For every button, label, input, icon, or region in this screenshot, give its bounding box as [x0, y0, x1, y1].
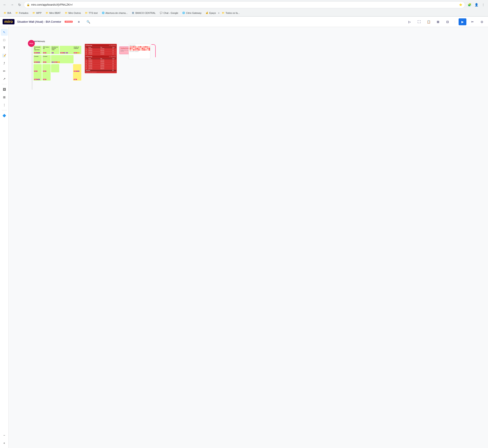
reload-button[interactable]: ↻: [17, 2, 23, 8]
sticky-note-corretor-2[interactable]: Corretor BBAT: [42, 55, 50, 63]
arrow-icon[interactable]: ▷: [406, 18, 413, 25]
row-3-id: #3: [86, 52, 88, 53]
bookmark-epays[interactable]: 💰 Epays: [204, 11, 218, 15]
sticky-note-row3-3[interactable]: [51, 64, 59, 72]
browser-toolbar: ← → ↻ 🔒 miro.com/app/board/uXjVPNrLZKI=/…: [0, 0, 488, 9]
select-tool[interactable]: ↖: [1, 29, 8, 36]
pi-table-1-header: PI Planning: [86, 45, 92, 46]
table-tool[interactable]: ⊞: [1, 94, 8, 101]
sticky-note-row3-2[interactable]: BBAT: [42, 64, 50, 72]
sticky-badge: BBAT: [74, 52, 77, 53]
total-label-2: Total Dias: [86, 70, 112, 71]
sticky-tool[interactable]: 📝: [1, 52, 8, 59]
frame-tool[interactable]: □: [1, 37, 8, 43]
pi-table-2-date: 17-18/10/2023: [109, 56, 116, 57]
folder-icon: 📁: [3, 11, 7, 15]
miro-sidebar: ↖ □ T 📝 ⤴ ✏ ↗ 🖼 ⊞ ⋮ 🔷 − +: [0, 27, 9, 448]
settings-btn[interactable]: ⋮: [480, 2, 486, 8]
sticky-note-corretor-1[interactable]: Corretor BBAT PX: [33, 55, 42, 63]
sticky-note-yellow-2[interactable]: BBAT: [73, 72, 81, 80]
site-favicon: 🌐: [102, 11, 105, 15]
sticky-badge-purple: PX: [38, 52, 40, 53]
bookmarks-bar: 📁 BIA 📁 Fretados 📁 WPP 📁 Miro BBAT 📁 Mir…: [0, 9, 488, 16]
sticky-badge-pink: BBAT: [34, 52, 37, 53]
board-title: Situation Wall (Atual) - BIA Corretor: [17, 20, 61, 23]
sticky-note-row4-2[interactable]: BBAT: [42, 72, 50, 80]
sticky-note-autorizacao[interactable]: Autorização de segurança BBAT PX: [33, 46, 42, 54]
sticky-badge: PD: [77, 52, 79, 53]
sticky-note-row4-1[interactable]: BBAT PX: [33, 72, 42, 80]
bookmark-chat-google[interactable]: 💬 Chat - Google: [158, 11, 180, 15]
copy-button[interactable]: 📋: [425, 18, 432, 25]
bookmark-citrix-gateway[interactable]: 🌐 Citrix Gateway: [180, 11, 203, 15]
folder-icon: 📁: [65, 11, 68, 15]
sticky-note-row2-4[interactable]: [65, 55, 74, 63]
sticky-badge: PX: [52, 52, 54, 53]
frame-button[interactable]: ⊡: [444, 18, 451, 25]
sticky-note-row3-1[interactable]: BBAT: [33, 64, 42, 72]
sticky-title: Autorização de segurança: [34, 47, 41, 50]
site-favicon: 🏦: [132, 11, 134, 15]
apps-tool[interactable]: 🔷: [1, 112, 8, 119]
title-badge: ATUALIZ: [65, 21, 73, 23]
interval-label: Intervalo entre sprint/início 3: [85, 71, 116, 73]
pi-table-2-header: PI Planning: [86, 56, 92, 57]
connector-tool[interactable]: ↗: [1, 75, 8, 82]
folder-icon: 📁: [15, 11, 18, 15]
bookmark-miro-outros[interactable]: 📁 Miro Outros: [63, 11, 83, 15]
folder-icon: 📁: [32, 11, 35, 15]
bookmark-wpp[interactable]: 📁 WPP: [31, 11, 43, 15]
sticky-note-pdf[interactable]: PDF Carta e ida BBAT: [42, 46, 50, 54]
pi-planning-table-2: PI Planning 17-18/10/2023 # Início Fim D…: [85, 55, 117, 73]
bookmark-abertura[interactable]: 🌐 Abertura de chama...: [100, 11, 130, 15]
row-3-end: 27/11/23: [100, 52, 112, 53]
scissors-button[interactable]: ✂: [469, 18, 476, 25]
fullscreen-button[interactable]: ⛶: [416, 18, 422, 25]
chat-favicon: 💬: [160, 11, 163, 15]
grid-button[interactable]: ⊞: [435, 18, 441, 25]
sticky-title: Gestão de Cadastro: [74, 47, 81, 49]
more-tool[interactable]: ⋮: [1, 102, 8, 108]
row-4-start: 27/11/23: [88, 54, 100, 55]
menu-button[interactable]: ≡: [75, 18, 82, 25]
total-value-2: 88: [112, 70, 116, 71]
miro-canvas[interactable]: PI15 ENTREGA(S) Autorização de segurança…: [9, 27, 488, 448]
address-bar[interactable]: 🔒 miro.com/app/board/uXjVPNrLZKI=/ ⭐: [24, 1, 465, 8]
zoom-out-btn[interactable]: −: [1, 432, 8, 439]
sticky-badge: BBAT: [43, 79, 46, 80]
bookmark-fretados[interactable]: 📁 Fretados: [13, 11, 30, 15]
text-tool[interactable]: T: [1, 44, 8, 51]
dot-button[interactable]: ⊙: [479, 18, 485, 25]
profile-btn[interactable]: 👤: [473, 2, 479, 8]
search-button[interactable]: 🔍: [85, 18, 92, 25]
row-4-end: 11/12/23: [100, 54, 112, 55]
sticky-note-5[interactable]: PX: [65, 46, 74, 54]
bookmark-tts-text[interactable]: 📁 TTS text: [83, 11, 99, 15]
bookmark-banco-central-label: BANCO CENTRAL: [135, 12, 156, 14]
shape-tool[interactable]: ⤴: [1, 60, 8, 67]
bookmark-chat-label: Chat - Google: [164, 12, 178, 14]
bookmark-miro-bbat[interactable]: 📁 Miro BBAT: [44, 11, 62, 15]
miro-header: miro Situation Wall (Atual) - BIA Corret…: [0, 17, 488, 27]
pi-table-1-date: 17-18/10/2023: [109, 45, 116, 46]
sticky-badge: PX: [38, 62, 40, 63]
pen-tool[interactable]: ✏: [1, 68, 8, 74]
sticky-title: Corretor: [34, 56, 41, 57]
miro-logo[interactable]: miro: [3, 19, 15, 24]
sticky-note-gestao[interactable]: Gestão de Cadastro BBAT PD: [73, 46, 81, 54]
row-2-end: 03/11/23: [100, 50, 112, 51]
extensions-btn[interactable]: 🧩: [466, 2, 472, 8]
sticky-title: Corretor: [43, 56, 50, 57]
bookmark-bia[interactable]: 📁 BIA: [2, 11, 13, 15]
play-button[interactable]: ▶: [459, 18, 466, 25]
sticky-note-yellow-1[interactable]: BBAT PX: [73, 64, 81, 72]
sticky-note-rendimento[interactable]: Rendimento Humano Visão PX: [51, 46, 59, 54]
bookmark-banco-central[interactable]: 🏦 BANCO CENTRAL: [130, 11, 157, 15]
row-1-end: 13/11/23: [100, 48, 112, 49]
forward-button[interactable]: →: [9, 2, 15, 8]
image-tool[interactable]: 🖼: [1, 86, 8, 93]
back-button[interactable]: ←: [2, 2, 8, 8]
bookmark-todos[interactable]: 📁 Todos os fa...: [220, 11, 241, 15]
zoom-in-btn[interactable]: +: [1, 440, 8, 447]
bookmark-miro-bbat-label: Miro BBAT: [49, 12, 60, 14]
